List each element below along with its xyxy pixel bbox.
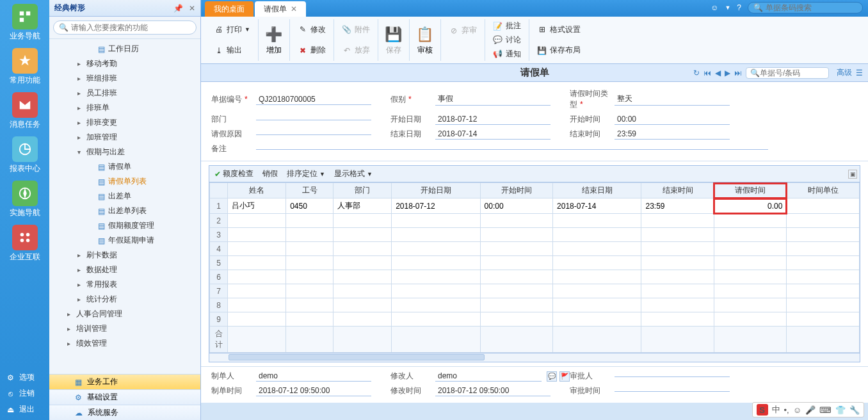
tab-leave-form[interactable]: 请假单✕ — [255, 1, 306, 17]
rail-item-enterprise[interactable]: 企业互联 — [0, 221, 49, 265]
msg-icon[interactable]: 💬 — [547, 371, 557, 382]
billno-search-input[interactable] — [760, 69, 824, 77]
col-start-time[interactable]: 开始时间 — [480, 183, 552, 198]
discuss-button[interactable]: 💬讨论 — [490, 33, 524, 47]
tree-search-box[interactable]: 🔍 — [53, 20, 197, 35]
smile-icon[interactable]: ☺ — [711, 3, 718, 12]
tree-node[interactable]: ▤请假单 — [49, 159, 200, 174]
dept-value[interactable] — [256, 118, 371, 120]
reason-value[interactable] — [256, 133, 371, 135]
col-duration[interactable]: 请假时间 — [714, 183, 786, 198]
leave-type-value[interactable]: 事假 — [435, 93, 551, 106]
table-row[interactable]: 1吕小巧0450人事部2018-07-1200:002018-07-1423:5… — [210, 198, 860, 214]
expand-icon[interactable]: ▸ — [77, 60, 85, 67]
tree-node[interactable]: ▸加班管理 — [49, 130, 200, 145]
annotate-button[interactable]: 📝批注 — [490, 19, 524, 33]
col-name[interactable]: 姓名 — [228, 183, 286, 198]
tree-node[interactable]: ▸统计分析 — [49, 292, 200, 307]
tree-node[interactable]: ▸数据处理 — [49, 262, 200, 277]
expand-icon[interactable]: ▸ — [77, 266, 85, 273]
attach-button[interactable]: 📎附件 — [339, 23, 373, 36]
tree-node[interactable]: ▸员工排班 — [49, 86, 200, 101]
table-row[interactable]: 2 — [210, 214, 860, 228]
expand-icon[interactable]: ▸ — [67, 340, 75, 347]
expand-icon[interactable]: ▸ — [77, 296, 85, 303]
expand-icon[interactable]: ▸ — [77, 134, 85, 141]
tree-node[interactable]: ▸常用报表 — [49, 277, 200, 292]
close-icon[interactable]: ✕ — [189, 4, 195, 13]
barcode-search-input[interactable] — [766, 3, 862, 12]
end-time-value[interactable]: 23:59 — [615, 129, 730, 140]
tree-node[interactable]: ▸刷卡数据 — [49, 248, 200, 262]
tree-node[interactable]: ▸绩效管理 — [49, 336, 200, 351]
table-row[interactable]: 3 — [210, 228, 860, 242]
tree-node[interactable]: ▤请假单列表 — [49, 174, 200, 189]
audit-button[interactable]: 📋 审核 — [410, 19, 441, 61]
rail-logout[interactable]: ⎋注销 — [0, 385, 49, 401]
tree-node[interactable]: ▸培训管理 — [49, 321, 200, 336]
tree-node[interactable]: ▤工作日历 — [49, 42, 200, 56]
tree-node[interactable]: ▸班组排班 — [49, 71, 200, 86]
delete-button[interactable]: ✖删除 — [295, 44, 328, 57]
expand-icon[interactable]: ▸ — [77, 119, 85, 126]
cancel-leave-button[interactable]: 销假 — [262, 168, 278, 179]
time-type-value[interactable]: 整天 — [615, 93, 730, 106]
format-button[interactable]: ⊞格式设置 — [534, 23, 583, 36]
ime-punct-icon[interactable]: •, — [784, 405, 789, 415]
flag-icon[interactable]: 🚩 — [559, 371, 570, 382]
table-row[interactable]: 5 — [210, 256, 860, 270]
rail-item-reports[interactable]: 报表中心 — [0, 133, 49, 177]
start-time-value[interactable]: 00:00 — [615, 114, 730, 125]
tree-node[interactable]: ▤年假延期申请 — [49, 233, 200, 248]
col-dept[interactable]: 部门 — [334, 183, 392, 198]
tree-tab-system[interactable]: ☁系统服务 — [49, 405, 200, 420]
rail-item-messages[interactable]: 消息任务 — [0, 88, 49, 133]
tree-tab-business[interactable]: ▦业务工作 — [49, 374, 200, 389]
tree-node[interactable]: ▾假期与出差 — [49, 145, 200, 159]
end-date-value[interactable]: 2018-07-14 — [435, 129, 551, 140]
tree-node[interactable]: ▸人事合同管理 — [49, 307, 200, 321]
table-row[interactable]: 8 — [210, 298, 860, 312]
rail-item-favorites[interactable]: 常用功能 — [0, 44, 49, 88]
expand-icon[interactable]: ▸ — [77, 104, 85, 111]
col-end-time[interactable]: 结束时间 — [641, 183, 714, 198]
col-start-date[interactable]: 开始日期 — [392, 183, 480, 198]
output-button[interactable]: ⤓输出 — [211, 44, 253, 57]
tree-node[interactable]: ▤出差单 — [49, 189, 200, 204]
next-icon[interactable]: ▶ — [725, 69, 730, 77]
refresh-icon[interactable]: ↻ — [693, 69, 700, 77]
tree-node[interactable]: ▤出差单列表 — [49, 204, 200, 218]
ime-tool-icon[interactable]: 🔧 — [849, 405, 860, 415]
reject-button[interactable]: ⊘弃审 — [446, 24, 479, 37]
tree-search-input[interactable] — [71, 23, 191, 32]
rail-item-business-nav[interactable]: 业务导航 — [0, 0, 49, 44]
bill-no-value[interactable]: QJ20180700005 — [256, 94, 371, 105]
tree-node[interactable]: ▸移动考勤 — [49, 56, 200, 71]
last-icon[interactable]: ⏭ — [734, 69, 742, 77]
rail-item-implementation[interactable]: 实施导航 — [0, 177, 49, 221]
tree-tab-basic[interactable]: ⚙基础设置 — [49, 389, 200, 405]
nav-search[interactable]: 🔍 — [746, 67, 829, 79]
expand-grid-icon[interactable]: ▣ — [848, 170, 857, 179]
modify-button[interactable]: ✎修改 — [295, 23, 328, 36]
expand-icon[interactable]: ▸ — [77, 75, 85, 82]
ime-mic-icon[interactable]: 🎤 — [805, 405, 816, 415]
pin-icon[interactable]: 📌 — [173, 4, 183, 13]
tab-desktop[interactable]: 我的桌面 — [205, 1, 253, 17]
expand-icon[interactable]: ▸ — [77, 252, 85, 259]
rail-exit[interactable]: ⏏退出 — [0, 401, 49, 417]
col-empno[interactable]: 工号 — [286, 183, 334, 198]
expand-icon[interactable]: ▸ — [67, 311, 75, 318]
expand-icon[interactable]: ▸ — [67, 325, 75, 332]
ime-toolbar[interactable]: S 中 •, ☺ 🎤 ⌨ 👕 🔧 — [752, 402, 864, 417]
close-icon[interactable]: ✕ — [291, 4, 297, 13]
remark-value[interactable] — [256, 148, 768, 150]
add-button[interactable]: ➕ 增加 — [259, 19, 290, 61]
help-icon[interactable]: ? — [737, 3, 741, 12]
expand-icon[interactable]: ▸ — [77, 281, 85, 288]
display-format-button[interactable]: 显示格式 ▼ — [334, 168, 373, 179]
table-row[interactable]: 6 — [210, 270, 860, 284]
ime-logo-icon[interactable]: S — [757, 404, 768, 416]
start-date-value[interactable]: 2018-07-12 — [435, 114, 551, 125]
col-end-date[interactable]: 结束日期 — [553, 183, 641, 198]
